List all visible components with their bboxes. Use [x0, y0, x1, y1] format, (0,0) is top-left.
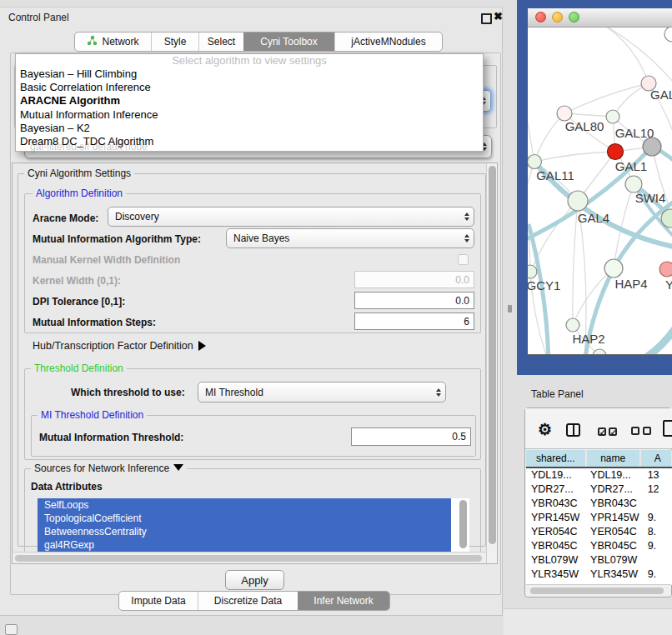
- list-scrollbar-thumb[interactable]: [459, 500, 467, 548]
- network-node[interactable]: [659, 262, 672, 277]
- dpi-tolerance-field[interactable]: 0.0: [354, 292, 474, 309]
- data-attribute-item[interactable]: BetweennessCentrality: [38, 525, 451, 538]
- network-window-titlebar[interactable]: [528, 8, 672, 28]
- network-node-label: HAP2: [572, 332, 604, 346]
- network-edge[interactable]: [534, 152, 615, 162]
- table-cell: YDL19...: [526, 468, 587, 482]
- network-node[interactable]: [625, 176, 642, 192]
- panel-divider-handle[interactable]: [508, 305, 512, 312]
- network-node[interactable]: [566, 318, 579, 332]
- field-value: 0.5: [452, 431, 466, 442]
- column-header[interactable]: A: [641, 450, 672, 467]
- network-edge[interactable]: [564, 83, 649, 113]
- manual-kernel-width-label: Manual Kernel Width Definition: [33, 254, 180, 266]
- table-header: shared... name A: [526, 450, 672, 468]
- select-all-columns-icon[interactable]: ✓✓: [598, 426, 617, 438]
- aracne-mode-combobox[interactable]: Discovery: [108, 207, 474, 227]
- table-row[interactable]: YBR043CYBR043C: [526, 497, 672, 511]
- table-horizontal-scrollbar[interactable]: [526, 584, 671, 596]
- mi-algorithm-type-combobox[interactable]: Naive Bayes: [226, 228, 474, 248]
- tab-style[interactable]: Style: [151, 32, 198, 51]
- new-table-icon[interactable]: [663, 420, 672, 437]
- network-node[interactable]: [604, 259, 623, 278]
- tab-network[interactable]: Network: [75, 32, 151, 51]
- sources-expander[interactable]: Sources for Network Inference: [31, 462, 187, 474]
- scrollbar-thumb[interactable]: [530, 588, 664, 594]
- table-row[interactable]: YPR145WYPR145W9.: [526, 511, 672, 525]
- table-row[interactable]: YDR27...YDR27...12: [526, 482, 672, 497]
- column-header[interactable]: shared...: [526, 450, 587, 467]
- dropdown-item[interactable]: ARACNE Algorithm: [16, 94, 483, 108]
- network-node-label: GAL1: [615, 159, 647, 173]
- dropdown-item[interactable]: Mutual Information Inference: [16, 108, 483, 122]
- float-window-icon[interactable]: [481, 13, 492, 24]
- table-row[interactable]: YBL079WYBL079W: [526, 553, 672, 568]
- table-row[interactable]: YER054CYER054C8.: [526, 525, 672, 539]
- close-icon[interactable]: ✖: [494, 10, 503, 22]
- network-node[interactable]: [568, 191, 588, 211]
- table-row[interactable]: YLR345WYLR345W9.: [526, 568, 672, 582]
- apply-button[interactable]: Apply: [225, 570, 284, 590]
- column-header[interactable]: name: [587, 450, 641, 467]
- network-node-label: GCY1: [528, 278, 560, 292]
- network-edge[interactable]: [620, 326, 672, 354]
- tab-label: Select: [208, 36, 235, 48]
- tab-cyni-toolbox[interactable]: Cyni Toolbox: [243, 32, 334, 51]
- mi-threshold-field[interactable]: 0.5: [351, 428, 471, 446]
- tab-label: Infer Network: [313, 595, 373, 607]
- settings-horizontal-scrollbar[interactable]: [13, 552, 486, 564]
- tab-discretize-data[interactable]: Discretize Data: [198, 592, 298, 610]
- network-node-label: SWI4: [635, 191, 666, 205]
- sources-title: Sources for Network Inference: [34, 462, 169, 474]
- network-node[interactable]: [664, 28, 672, 42]
- manual-kernel-width-checkbox[interactable]: [458, 254, 469, 265]
- network-node[interactable]: [528, 265, 537, 278]
- tab-infer-network[interactable]: Infer Network: [298, 592, 389, 610]
- network-node[interactable]: [606, 110, 619, 123]
- deselect-all-columns-icon[interactable]: [631, 426, 651, 438]
- hub-definition-expander[interactable]: Hub/Transcription Factor Definition: [33, 340, 206, 352]
- control-panel-tabbar: Network Style Select Cyni Toolbox jActiv…: [74, 32, 443, 52]
- network-edge[interactable]: [528, 109, 534, 162]
- network-node[interactable]: [643, 138, 661, 156]
- tab-impute-data[interactable]: Impute Data: [119, 592, 198, 610]
- tab-jactivemnodules[interactable]: jActiveMNodules: [334, 32, 442, 51]
- network-node[interactable]: [528, 155, 542, 169]
- minimize-traffic-light-icon[interactable]: [552, 12, 563, 22]
- gear-icon[interactable]: ⚙: [538, 422, 552, 438]
- network-view-frame[interactable]: GALGAL80GAL10GAL1GAL11SWI4GAL4GCY1HAP4YH…: [517, 0, 672, 375]
- table-cell: YPR145W: [526, 511, 587, 525]
- settings-vertical-scrollbar[interactable]: [486, 163, 498, 563]
- zoom-traffic-light-icon[interactable]: [569, 12, 579, 22]
- mi-steps-field[interactable]: 6: [354, 312, 474, 330]
- dropdown-item[interactable]: Bayesian – K2: [16, 122, 483, 135]
- kernel-width-field[interactable]: 0.0: [354, 271, 474, 288]
- network-edge[interactable]: [584, 28, 649, 83]
- combobox-value: Discovery: [115, 211, 460, 222]
- tab-select[interactable]: Select: [198, 32, 243, 51]
- mi-algorithm-type-label: Mutual Information Algorithm Type:: [33, 233, 201, 245]
- dropdown-item[interactable]: Bayesian – Hill Climbing: [16, 68, 483, 81]
- close-traffic-light-icon[interactable]: [535, 12, 546, 22]
- network-node[interactable]: [593, 349, 606, 354]
- dropdown-item[interactable]: Basic Correlation Inference: [16, 81, 483, 94]
- network-edge[interactable]: [534, 113, 564, 162]
- table-cell: 13: [642, 468, 672, 482]
- data-attribute-item[interactable]: gal4RGexp: [38, 538, 451, 552]
- scrollbar-thumb[interactable]: [489, 166, 496, 544]
- table-row[interactable]: YBR045CYBR045C9.: [526, 539, 672, 553]
- split-columns-icon[interactable]: [566, 423, 580, 437]
- dropdown-list: Bayesian – Hill ClimbingBasic Correlatio…: [16, 68, 483, 148]
- which-threshold-combobox[interactable]: MI Threshold: [198, 382, 446, 402]
- scrollbar-thumb[interactable]: [15, 555, 482, 562]
- table-cell: YPR145W: [587, 511, 642, 525]
- app-window: Control Panel ✖ Network Style Select Cyn…: [0, 0, 672, 635]
- network-canvas[interactable]: GALGAL80GAL10GAL1GAL11SWI4GAL4GCY1HAP4YH…: [528, 28, 672, 354]
- collapsed-panel-icon[interactable]: [5, 624, 18, 635]
- table-row[interactable]: YDL19...YDL19...13: [526, 468, 672, 482]
- data-attribute-item[interactable]: SelfLoops: [38, 498, 451, 512]
- network-node[interactable]: [608, 144, 624, 160]
- table-cell: YBR043C: [587, 497, 642, 511]
- background-combobox-text: gal-filtered.sif default node: [30, 141, 148, 152]
- data-attribute-item[interactable]: TopologicalCoefficient: [38, 512, 451, 525]
